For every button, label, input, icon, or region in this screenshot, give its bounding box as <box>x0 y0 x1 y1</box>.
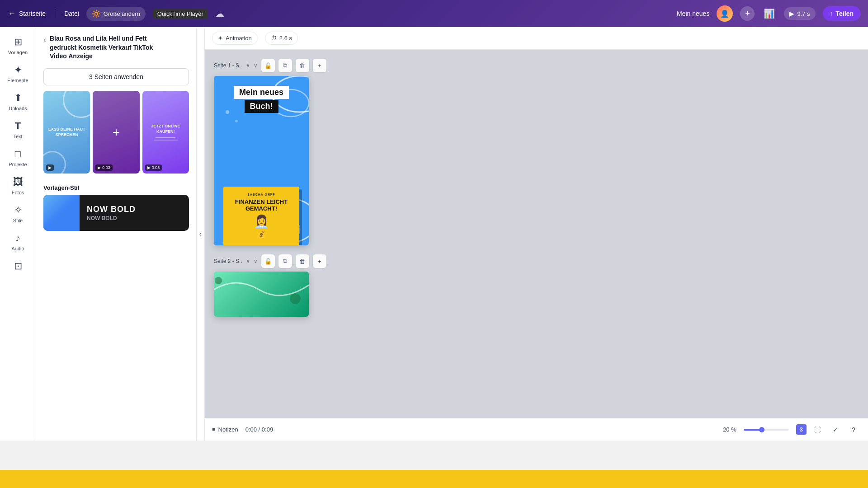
page1-title-white: Mein neues <box>234 86 289 99</box>
navbar: ← Startseite Datei 🔆 Größe ändern QuickT… <box>0 0 868 27</box>
page1-label: Seite 1 - S.. <box>214 62 242 69</box>
page2-decorations <box>214 272 309 317</box>
chart-icon[interactable]: 📊 <box>762 6 777 21</box>
time-display: 0:00 / 0:09 <box>245 426 273 433</box>
duration-label: 2.6 s <box>279 35 292 42</box>
sidebar-item-more[interactable]: ⊡ <box>2 257 34 276</box>
page2-dropdown-icon[interactable]: ∨ <box>254 258 258 264</box>
page2-copy-button[interactable]: ⧉ <box>278 254 292 268</box>
fullscreen-button[interactable]: ⛶ <box>810 422 825 437</box>
zoom-slider[interactable] <box>744 429 789 431</box>
sidebar-item-uploads[interactable]: ⬆ Uploads <box>2 89 34 115</box>
template-thumb-2[interactable]: + ▶ 0:03 <box>93 91 139 174</box>
editor-toolbar: ✦ Animation ⏱ 2.6 s <box>205 27 868 50</box>
pages-count-badge: 3 <box>796 424 807 435</box>
page2-label: Seite 2 - S.. <box>214 258 242 264</box>
datei-menu[interactable]: Datei <box>64 10 79 17</box>
text-icon: T <box>15 120 21 132</box>
sidebar-item-text[interactable]: T Text <box>2 117 34 143</box>
animation-button[interactable]: ✦ Animation <box>212 32 258 45</box>
sidebar-item-audio[interactable]: ♪ Audio <box>2 229 34 255</box>
apply-all-button[interactable]: 3 Seiten anwenden <box>43 68 189 85</box>
thumb3-text: JETZT ONLINE KAUFEN! <box>146 124 185 134</box>
back-button[interactable]: ← Startseite <box>7 9 46 18</box>
page2-add-button[interactable]: + <box>313 254 326 268</box>
notes-button[interactable]: ≡ Notizen <box>212 426 238 433</box>
book-illustration: 👩‍💼 <box>228 214 295 229</box>
book-title: FINANZEN LEICHT GEMACHT! <box>228 199 295 212</box>
thumb1-text: LASS DEINE HAUT SPRECHEN <box>47 127 86 137</box>
page1-block: Seite 1 - S.. ∧ ∨ 🔓 ⧉ 🗑 + <box>214 59 859 245</box>
uploads-icon: ⬆ <box>14 92 22 104</box>
style-card-info: NOW BOLD NOW BOLD <box>80 199 143 227</box>
page1-dropdown-icon[interactable]: ∨ <box>254 62 258 69</box>
style-section-label: Vorlagen-Stil <box>36 181 196 193</box>
sidebar-item-stile[interactable]: ✧ Stile <box>2 201 34 227</box>
page2-block: Seite 2 - S.. ∧ ∨ 🔓 ⧉ 🗑 + <box>214 254 859 317</box>
sidebar-item-elemente[interactable]: ✦ Elemente <box>2 61 34 87</box>
resize-button[interactable]: 🔆 Größe ändern <box>86 7 146 21</box>
template-back-button[interactable]: ‹ <box>43 35 46 45</box>
resize-label: Größe ändern <box>104 10 140 17</box>
template-panel: ‹ Blau Rosa und Lila Hell und Fett gedru… <box>36 27 197 441</box>
add-collaborator-button[interactable]: + <box>740 6 755 21</box>
notes-label: Notizen <box>218 426 238 433</box>
svg-point-7 <box>290 293 301 304</box>
page2-canvas[interactable] <box>214 272 309 317</box>
notes-icon: ≡ <box>212 426 216 433</box>
page1-copy-button[interactable]: ⧉ <box>278 59 292 72</box>
page1-title-black: Buch! <box>245 100 278 113</box>
svg-point-4 <box>226 110 229 114</box>
thumb1-play-badge: ▶ <box>46 164 54 171</box>
thumb2-play-icon: ▶ <box>98 165 101 170</box>
book-money-icon: 💰 <box>228 229 295 239</box>
editor-area: ✦ Animation ⏱ 2.6 s Seite 1 - S.. ∧ <box>205 27 868 441</box>
panel-collapse-button[interactable]: ‹ <box>197 27 205 441</box>
page2-lock-button[interactable]: 🔓 <box>261 254 275 268</box>
play-icon: ▶ <box>789 10 794 17</box>
template-thumb-1[interactable]: LASS DEINE HAUT SPRECHEN ▶ <box>43 91 90 174</box>
svg-point-5 <box>235 120 238 122</box>
home-link[interactable]: Startseite <box>19 10 46 17</box>
more-icon: ⊡ <box>14 260 22 272</box>
clock-icon: ⏱ <box>271 35 277 42</box>
template-thumbnails: LASS DEINE HAUT SPRECHEN ▶ + ▶ 0:03 <box>36 91 196 181</box>
thumb3-time: 0:03 <box>152 165 160 170</box>
uploads-label: Uploads <box>9 106 27 111</box>
zoom-slider-thumb[interactable] <box>759 427 764 432</box>
project-title[interactable]: Mein neues <box>677 10 709 17</box>
page1-canvas[interactable]: Mein neues Buch! SASCHA ORFF FINANZEN LE… <box>214 76 309 245</box>
play-time: 9.7 s <box>797 10 810 17</box>
play-preview-button[interactable]: ▶ 9.7 s <box>784 7 815 20</box>
check-button[interactable]: ✓ <box>828 422 843 437</box>
canvas-scroll-area: Seite 1 - S.. ∧ ∨ 🔓 ⧉ 🗑 + <box>205 50 868 418</box>
page1-book-area: SASCHA ORFF FINANZEN LEICHT GEMACHT! 👩‍💼… <box>223 187 299 245</box>
page2-delete-button[interactable]: 🗑 <box>296 254 309 268</box>
style-card-title: NOW BOLD <box>87 205 136 214</box>
cloud-icon[interactable]: ☁ <box>215 8 224 19</box>
main-content: ⊞ Vorlagen ✦ Elemente ⬆ Uploads T Text □… <box>0 27 868 441</box>
page2-header: Seite 2 - S.. ∧ ∨ 🔓 ⧉ 🗑 + <box>214 254 326 268</box>
sidebar-item-projekte[interactable]: □ Projekte <box>2 145 34 171</box>
bottom-bar: ≡ Notizen 0:00 / 0:09 20 % 3 ⛶ ✓ ? <box>205 418 868 441</box>
help-button[interactable]: ? <box>846 422 861 437</box>
duration-button[interactable]: ⏱ 2.6 s <box>265 32 298 45</box>
sidebar-item-vorlagen[interactable]: ⊞ Vorlagen <box>2 33 34 59</box>
page1-add-button[interactable]: + <box>313 59 326 72</box>
bottom-right-actions: 3 ⛶ ✓ ? <box>796 422 861 437</box>
thumb2-time: 0:03 <box>102 165 110 170</box>
fotos-icon: 🖼 <box>13 176 23 188</box>
page1-delete-button[interactable]: 🗑 <box>296 59 309 72</box>
audio-label: Audio <box>11 246 24 251</box>
style-card[interactable]: NOW BOLD NOW BOLD <box>43 195 189 231</box>
share-button[interactable]: ↑ Teilen <box>823 6 861 21</box>
avatar[interactable]: 👤 <box>717 5 733 22</box>
text-label: Text <box>13 134 22 139</box>
sidebar-item-fotos[interactable]: 🖼 Fotos <box>2 173 34 199</box>
page1-expand-icon[interactable]: ∧ <box>246 62 250 69</box>
projekte-icon: □ <box>15 148 21 160</box>
page1-lock-button[interactable]: 🔓 <box>261 59 275 72</box>
template-thumb-3[interactable]: JETZT ONLINE KAUFEN! ▶ 0:03 <box>142 91 189 174</box>
audio-icon: ♪ <box>15 232 20 244</box>
page2-expand-icon[interactable]: ∧ <box>246 258 250 264</box>
